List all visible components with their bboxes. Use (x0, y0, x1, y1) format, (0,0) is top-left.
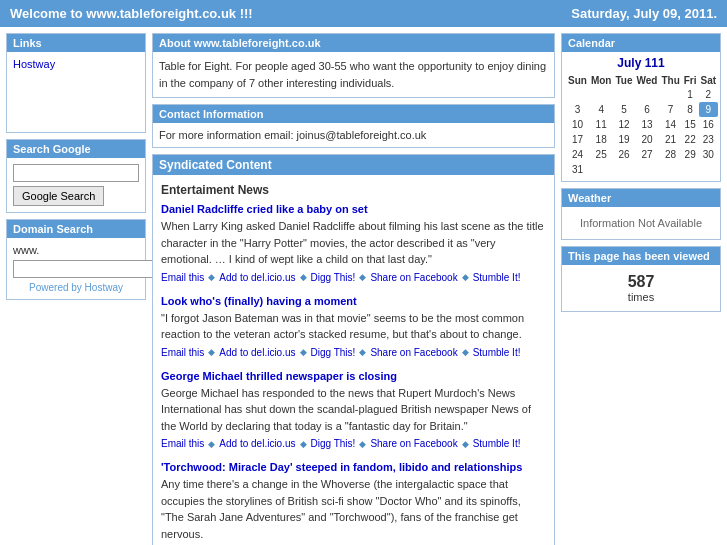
pageviews-panel-body: 587 times (562, 265, 720, 311)
article-link-1-3[interactable]: Share on Facebook (370, 347, 457, 358)
article-3: 'Torchwood: Miracle Day' steeped in fand… (161, 461, 546, 545)
cal-day (589, 87, 614, 102)
search-panel-body: Google Search (7, 158, 145, 212)
cal-day[interactable]: 12 (613, 117, 634, 132)
article-link-1-1[interactable]: Add to del.icio.us (219, 347, 295, 358)
article-link-2-1[interactable]: Add to del.icio.us (219, 438, 295, 449)
article-title-2[interactable]: George Michael thrilled newspaper is clo… (161, 370, 546, 382)
cal-day (566, 87, 589, 102)
cal-day[interactable]: 21 (659, 132, 681, 147)
cal-day[interactable]: 5 (613, 102, 634, 117)
cal-day[interactable]: 17 (566, 132, 589, 147)
cal-day[interactable]: 22 (682, 132, 699, 147)
cal-day[interactable]: 14 (659, 117, 681, 132)
cal-day (613, 162, 634, 177)
cal-day[interactable]: 29 (682, 147, 699, 162)
article-link-0-2[interactable]: Digg This! (311, 272, 356, 283)
article-1: Look who's (finally) having a moment"I f… (161, 295, 546, 358)
article-link-2-4[interactable]: Stumble It! (473, 438, 521, 449)
cal-day[interactable]: 31 (566, 162, 589, 177)
cal-day[interactable]: 1 (682, 87, 699, 102)
cal-day[interactable]: 11 (589, 117, 614, 132)
cal-day[interactable]: 30 (699, 147, 719, 162)
article-link-2-0[interactable]: Email this (161, 438, 204, 449)
article-title-1[interactable]: Look who's (finally) having a moment (161, 295, 546, 307)
pageviews-panel-header: This page has been viewed (562, 247, 720, 265)
google-search-button[interactable]: Google Search (13, 186, 104, 206)
cal-day[interactable]: 6 (634, 102, 659, 117)
article-title-0[interactable]: Daniel Radcliffe cried like a baby on se… (161, 203, 546, 215)
cal-day[interactable]: 26 (613, 147, 634, 162)
article-link-0-4[interactable]: Stumble It! (473, 272, 521, 283)
cal-day[interactable]: 20 (634, 132, 659, 147)
article-link-1-0[interactable]: Email this (161, 347, 204, 358)
weather-panel-header: Weather (562, 189, 720, 207)
cal-day[interactable]: 24 (566, 147, 589, 162)
domain-panel-header: Domain Search (7, 220, 145, 238)
cal-day (699, 162, 719, 177)
cal-day[interactable]: 9 (699, 102, 719, 117)
calendar-panel: Calendar July 111 SunMonTueWedThuFriSat … (561, 33, 721, 182)
diamond-icon: ◆ (359, 439, 366, 449)
cal-day (682, 162, 699, 177)
cal-day[interactable]: 7 (659, 102, 681, 117)
article-link-1-2[interactable]: Digg This! (311, 347, 356, 358)
article-text-0: When Larry King asked Daniel Radcliffe a… (161, 218, 546, 268)
right-column: Calendar July 111 SunMonTueWedThuFriSat … (561, 33, 721, 545)
powered-by-label: Powered by Hostway (13, 282, 139, 293)
cal-day[interactable]: 27 (634, 147, 659, 162)
cal-day[interactable]: 8 (682, 102, 699, 117)
article-link-1-4[interactable]: Stumble It! (473, 347, 521, 358)
cal-day (634, 162, 659, 177)
cal-day[interactable]: 23 (699, 132, 719, 147)
article-link-2-3[interactable]: Share on Facebook (370, 438, 457, 449)
contact-panel-header: Contact Information (153, 105, 554, 123)
about-text: Table for Eight. For people aged 30-55 w… (159, 60, 546, 89)
cal-day[interactable]: 28 (659, 147, 681, 162)
middle-column: About www.tableforeight.co.uk Table for … (152, 33, 555, 545)
cal-day[interactable]: 15 (682, 117, 699, 132)
cal-day (613, 87, 634, 102)
pageviews-panel: This page has been viewed 587 times (561, 246, 721, 312)
calendar-panel-header: Calendar (562, 34, 720, 52)
article-title-3[interactable]: 'Torchwood: Miracle Day' steeped in fand… (161, 461, 546, 473)
cal-day[interactable]: 2 (699, 87, 719, 102)
contact-text: For more information email: joinus@table… (159, 129, 426, 141)
links-panel: Links Hostway (6, 33, 146, 133)
view-suffix: times (568, 291, 714, 303)
article-text-3: Any time there's a change in the Whovers… (161, 476, 546, 542)
cal-day[interactable]: 25 (589, 147, 614, 162)
cal-day-header: Wed (634, 74, 659, 87)
cal-day[interactable]: 16 (699, 117, 719, 132)
domain-search-input[interactable] (13, 260, 157, 278)
cal-day[interactable]: 3 (566, 102, 589, 117)
contact-panel: Contact Information For more information… (152, 104, 555, 148)
cal-day[interactable]: 10 (566, 117, 589, 132)
www-label: www. (13, 244, 139, 256)
diamond-icon: ◆ (208, 272, 215, 282)
domain-row: ? (13, 260, 139, 278)
cal-day[interactable]: 18 (589, 132, 614, 147)
diamond-icon: ◆ (208, 439, 215, 449)
syndicated-panel-header: Syndicated Content (153, 155, 554, 175)
weather-panel-body: Information Not Available (562, 207, 720, 239)
article-text-2: George Michael has responded to the news… (161, 385, 546, 435)
contact-panel-body: For more information email: joinus@table… (153, 123, 554, 147)
cal-day[interactable]: 13 (634, 117, 659, 132)
google-search-input[interactable] (13, 164, 139, 182)
article-links-2: Email this◆Add to del.icio.us◆Digg This!… (161, 438, 546, 449)
article-link-0-0[interactable]: Email this (161, 272, 204, 283)
cal-day[interactable]: 4 (589, 102, 614, 117)
hostway-link[interactable]: Hostway (13, 58, 55, 70)
article-link-0-3[interactable]: Share on Facebook (370, 272, 457, 283)
calendar-table: SunMonTueWedThuFriSat 123456789101112131… (566, 74, 718, 177)
cal-day (659, 162, 681, 177)
articles-container: Daniel Radcliffe cried like a baby on se… (161, 203, 546, 545)
search-google-panel: Search Google Google Search (6, 139, 146, 213)
entertainment-news-title: Entertaiment News (161, 183, 546, 197)
article-link-2-2[interactable]: Digg This! (311, 438, 356, 449)
main-wrapper: Links Hostway Search Google Google Searc… (0, 27, 727, 545)
article-link-0-1[interactable]: Add to del.icio.us (219, 272, 295, 283)
cal-day[interactable]: 19 (613, 132, 634, 147)
article-links-0: Email this◆Add to del.icio.us◆Digg This!… (161, 272, 546, 283)
